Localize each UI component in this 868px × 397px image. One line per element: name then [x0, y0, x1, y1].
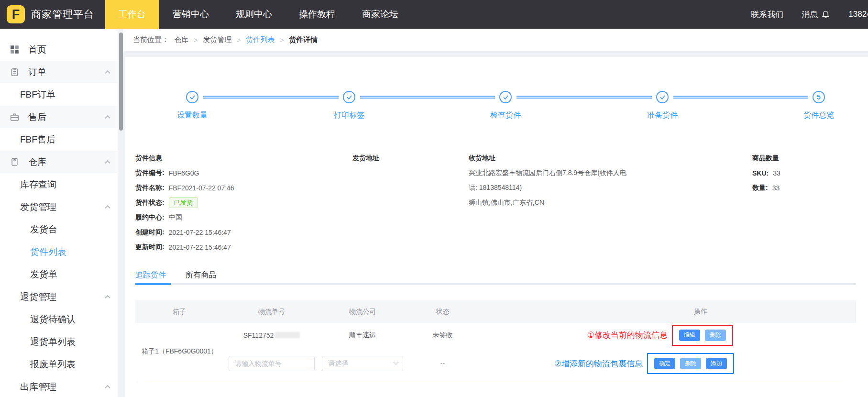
carrier-select[interactable]: 请选择	[322, 356, 403, 371]
sidebar-item-label: 退货待确认	[30, 313, 76, 326]
tracking-no-input[interactable]	[229, 356, 315, 371]
topnav-tutorial[interactable]: 操作教程	[286, 0, 349, 29]
created-time-row: 创建时间: 2021-07-22 15:46:47	[135, 225, 341, 240]
shipment-number-value: FBF6G0G	[169, 169, 199, 177]
home-grid-icon	[10, 45, 19, 54]
topnav: 工作台 营销中心 规则中心 操作教程 商家论坛	[105, 0, 412, 29]
fulfillment-center-value: 中国	[169, 213, 182, 222]
sidebar-item-aftersale[interactable]: 售后	[0, 106, 118, 128]
add-button[interactable]: 添加	[706, 358, 727, 369]
sidebar-item-shipping-mgmt[interactable]: 发货管理	[0, 196, 118, 218]
sidebar: 首页 订单 FBF订单 售后 FBF售后 仓库 库存查询 发货管理 发货台 货件…	[0, 29, 118, 397]
sidebar-item-fbf-aftersale[interactable]: FBF售后	[0, 128, 118, 151]
order-clipboard-icon	[10, 67, 19, 77]
sidebar-item-inventory-query[interactable]: 库存查询	[0, 173, 118, 196]
delete-button[interactable]: 删除	[705, 330, 726, 341]
carrier-cell: 顺丰速运 请选择	[319, 323, 406, 380]
box-label: 箱子1（FBF6G0G0001）	[142, 347, 218, 356]
header-actions: 操作	[480, 308, 856, 316]
topnav-workbench[interactable]: 工作台	[105, 0, 159, 29]
delete-new-button[interactable]: 删除	[680, 358, 701, 369]
bell-icon	[821, 10, 830, 19]
shipment-name-row: 货件名称: FBF2021-07-22 07:46	[135, 180, 341, 195]
sidebar-item-return-list[interactable]: 退货单列表	[0, 331, 118, 353]
carrier-existing: 顺丰速运	[319, 323, 406, 348]
confirm-button[interactable]: 确定	[654, 358, 675, 369]
check-icon	[659, 94, 666, 100]
sku-value: 33	[773, 169, 780, 177]
app-window: F 商家管理平台 工作台 营销中心 规则中心 操作教程 商家论坛 联系我们 消息…	[0, 0, 868, 397]
chevron-up-icon	[105, 115, 110, 120]
scrollbar-thumb[interactable]	[119, 33, 123, 131]
receive-address-line2: 狮山镇,佛山市,广东省,CN	[469, 195, 629, 210]
edit-button[interactable]: 编辑	[679, 330, 700, 341]
sidebar-item-warehouse[interactable]: 仓库	[0, 151, 118, 173]
sidebar-item-label: 报废单列表	[30, 358, 76, 371]
check-icon	[503, 94, 509, 100]
annotation-add-note: ②增添新的物流包裹信息	[554, 358, 643, 369]
status-badge: 已发货	[169, 197, 198, 208]
shipment-detail-card: 设置数量 打印标签 检查货件 准备货件 5 货件总览 货件信息	[125, 57, 868, 397]
breadcrumb-shipment-list-link[interactable]: 货件列表	[246, 35, 275, 44]
qty-row: 数量: 33	[752, 180, 780, 195]
table-header: 箱子 物流单号 物流公司 状态 操作	[135, 300, 856, 323]
sidebar-item-return-mgmt[interactable]: 退货管理	[0, 286, 118, 308]
breadcrumb-prefix: 当前位置：	[133, 35, 169, 44]
tab-all-products[interactable]: 所有商品	[186, 270, 216, 280]
sidebar-item-label: 出库管理	[20, 381, 56, 393]
header-tracking-no: 物流单号	[224, 308, 319, 316]
tracking-no-existing: SF112752	[224, 323, 319, 348]
chevron-up-icon	[105, 385, 110, 390]
sidebar-item-outbound-mgmt[interactable]: 出库管理	[0, 375, 118, 397]
account-phone[interactable]: 138244	[848, 10, 868, 19]
breadcrumb-warehouse: 仓库	[174, 35, 188, 44]
shipment-name-value: FBF2021-07-22 07:46	[169, 184, 234, 192]
sidebar-item-home[interactable]: 首页	[0, 38, 118, 61]
header-box: 箱子	[135, 308, 224, 316]
tab-underline-track	[135, 283, 856, 285]
receive-address-title: 收货地址	[469, 151, 629, 165]
updated-time-row: 更新时间: 2021-07-22 15:46:47	[135, 240, 341, 254]
step-prepare-shipment: 准备货件	[629, 88, 696, 121]
sidebar-item-label: 发货单	[30, 268, 57, 281]
topnav-rules[interactable]: 规则中心	[222, 0, 286, 29]
sidebar-item-shipment-list[interactable]: 货件列表	[0, 241, 118, 263]
sidebar-item-label: 发货台	[30, 223, 57, 236]
breadcrumb-separator: >	[237, 36, 241, 44]
shipment-info-title: 货件信息	[135, 151, 341, 165]
shipment-number-row: 货件编号: FBF6G0G	[135, 165, 341, 180]
shipment-status-row: 货件状态: 已发货	[135, 195, 341, 210]
shipment-info-column: 货件信息 货件编号: FBF6G0G 货件名称: FBF2021-07-22 0…	[135, 151, 341, 254]
qty-value: 33	[772, 184, 780, 192]
warehouse-tag-icon	[10, 157, 19, 166]
step-check-shipment: 检查货件	[472, 88, 539, 121]
annotation-edit-note: ①修改当前的物流信息	[587, 330, 668, 341]
sidebar-item-return-pending[interactable]: 退货待确认	[0, 308, 118, 331]
chevron-down-icon	[393, 360, 398, 365]
sidebar-item-label: 首页	[28, 44, 46, 56]
sidebar-item-scrap-list[interactable]: 报废单列表	[0, 353, 118, 375]
topnav-marketing[interactable]: 营销中心	[159, 0, 222, 29]
quantity-title: 商品数量	[752, 151, 780, 165]
sidebar-item-fbf-orders[interactable]: FBF订单	[0, 83, 118, 106]
logo-letter: F	[12, 7, 20, 22]
messages-link[interactable]: 消息	[802, 9, 830, 20]
sidebar-item-label: 订单	[28, 66, 46, 78]
created-time-value: 2021-07-22 15:46:47	[169, 229, 231, 236]
breadcrumb-current-page: 货件详情	[289, 35, 318, 44]
vertical-scrollbar	[119, 29, 123, 397]
aftersale-briefcase-icon	[10, 112, 19, 121]
sidebar-item-shipping-desk[interactable]: 发货台	[0, 218, 118, 241]
contact-us-link[interactable]: 联系我们	[751, 9, 783, 20]
topbar: F 商家管理平台 工作台 营销中心 规则中心 操作教程 商家论坛 联系我们 消息…	[0, 0, 868, 29]
sidebar-item-orders[interactable]: 订单	[0, 61, 118, 83]
ship-address-title: 发货地址	[352, 151, 379, 165]
brand-logo[interactable]: F	[7, 5, 25, 23]
topnav-forum[interactable]: 商家论坛	[349, 0, 412, 29]
redacted-tracking-digits	[275, 332, 300, 338]
box-cell: 箱子1（FBF6G0G0001）	[135, 323, 224, 380]
sidebar-item-shipping-order[interactable]: 发货单	[0, 263, 118, 286]
tab-tracking[interactable]: 追踪货件	[135, 270, 166, 280]
tracking-table: 箱子 物流单号 物流公司 状态 操作 箱子1（FBF6G0G0001） SF11…	[135, 300, 856, 380]
breadcrumb-shipping-mgmt: 发货管理	[203, 35, 231, 44]
